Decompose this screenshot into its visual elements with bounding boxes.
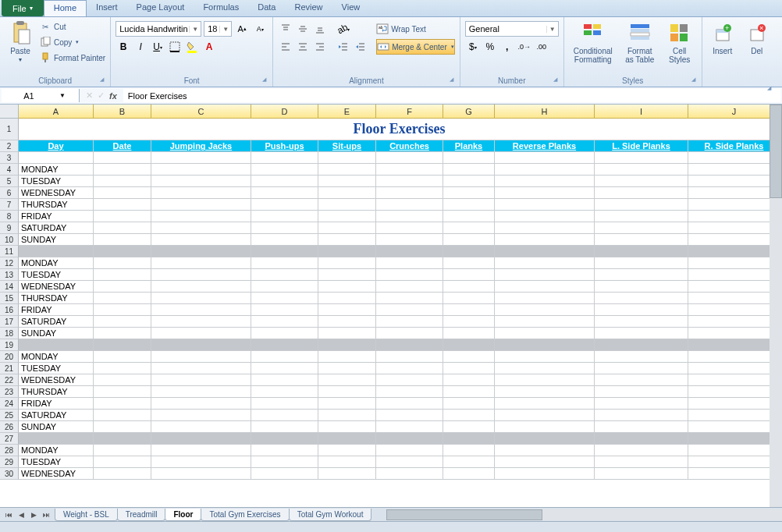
tab-view[interactable]: View <box>332 0 370 16</box>
cell[interactable] <box>251 246 318 257</box>
row-header[interactable]: 26 <box>0 421 19 433</box>
cell[interactable]: SUNDAY <box>19 328 94 339</box>
cell[interactable] <box>376 176 443 187</box>
cell[interactable] <box>495 281 595 293</box>
cell[interactable] <box>443 398 495 410</box>
cell[interactable] <box>376 164 443 176</box>
cell[interactable] <box>151 398 251 410</box>
align-center-button[interactable] <box>295 39 311 55</box>
cell[interactable] <box>318 257 376 269</box>
check-icon[interactable]: ✓ <box>98 90 105 101</box>
column-header[interactable]: A <box>19 105 94 119</box>
cell[interactable] <box>151 257 251 269</box>
column-header[interactable]: I <box>595 105 688 119</box>
cell[interactable] <box>94 246 151 257</box>
cell[interactable] <box>495 328 595 339</box>
cell[interactable] <box>94 269 151 281</box>
cell[interactable] <box>251 293 318 304</box>
cell[interactable] <box>443 176 495 187</box>
cell[interactable] <box>251 281 318 293</box>
cell[interactable] <box>595 187 688 199</box>
cell[interactable]: L. Side Planks <box>595 140 688 152</box>
cell[interactable] <box>688 339 780 351</box>
row-header[interactable]: 19 <box>0 339 19 351</box>
cell[interactable] <box>376 363 443 374</box>
chevron-down-icon[interactable]: ▼ <box>56 92 69 99</box>
cell[interactable] <box>595 316 688 328</box>
column-header[interactable]: C <box>151 105 251 119</box>
cell[interactable]: TUESDAY <box>19 456 94 468</box>
cell[interactable] <box>376 316 443 328</box>
cell[interactable] <box>94 293 151 304</box>
cell[interactable]: Jumping Jacks <box>151 140 251 152</box>
cell[interactable]: THURSDAY <box>19 199 94 211</box>
cell[interactable] <box>94 304 151 316</box>
percent-button[interactable]: % <box>482 39 498 55</box>
cell[interactable] <box>688 328 780 339</box>
cell[interactable] <box>688 398 780 410</box>
cell[interactable]: MONDAY <box>19 445 94 456</box>
cell[interactable]: MONDAY <box>19 257 94 269</box>
horizontal-scrollbar[interactable] <box>386 509 782 520</box>
cell[interactable] <box>595 410 688 421</box>
cells-area[interactable]: Floor ExercisesDayDateJumping JacksPush-… <box>19 119 782 480</box>
cell[interactable]: TUESDAY <box>19 269 94 281</box>
cell[interactable] <box>595 293 688 304</box>
tab-page-layout[interactable]: Page Layout <box>127 0 194 16</box>
cell[interactable] <box>595 281 688 293</box>
cell[interactable] <box>495 293 595 304</box>
cell[interactable] <box>94 316 151 328</box>
cell[interactable] <box>688 176 780 187</box>
cell[interactable]: Push-ups <box>251 140 318 152</box>
cell[interactable] <box>443 199 495 211</box>
cell[interactable] <box>318 269 376 281</box>
cell[interactable] <box>443 281 495 293</box>
cell[interactable] <box>376 304 443 316</box>
cell[interactable]: SATURDAY <box>19 222 94 234</box>
column-header[interactable]: D <box>251 105 318 119</box>
cell[interactable]: THURSDAY <box>19 293 94 304</box>
cell[interactable] <box>443 363 495 374</box>
scroll-thumb[interactable] <box>386 509 542 520</box>
cell[interactable] <box>688 316 780 328</box>
font-size-combo[interactable]: 18▼ <box>204 21 232 37</box>
cell[interactable] <box>376 468 443 480</box>
cell[interactable]: Crunches <box>376 140 443 152</box>
cell[interactable] <box>443 456 495 468</box>
cell[interactable] <box>251 374 318 386</box>
cell[interactable] <box>318 468 376 480</box>
cell[interactable] <box>376 351 443 363</box>
cell[interactable]: WEDNESDAY <box>19 374 94 386</box>
cell[interactable] <box>376 199 443 211</box>
row-header[interactable]: 15 <box>0 293 19 304</box>
cell[interactable]: Date <box>94 140 151 152</box>
column-header[interactable]: E <box>318 105 376 119</box>
cell[interactable] <box>94 410 151 421</box>
cell[interactable] <box>443 386 495 398</box>
cell[interactable] <box>151 445 251 456</box>
cancel-icon[interactable]: ✕ <box>86 90 93 101</box>
formula-input[interactable] <box>123 89 780 102</box>
cell[interactable] <box>595 176 688 187</box>
cell[interactable] <box>151 152 251 164</box>
copy-button[interactable]: Copy▾ <box>39 34 105 50</box>
cell[interactable] <box>688 293 780 304</box>
scroll-thumb[interactable] <box>770 105 782 198</box>
cell[interactable] <box>688 363 780 374</box>
row-header[interactable]: 24 <box>0 398 19 410</box>
cell[interactable] <box>495 199 595 211</box>
cell[interactable] <box>151 293 251 304</box>
cell[interactable] <box>151 386 251 398</box>
cell[interactable] <box>94 386 151 398</box>
tab-insert[interactable]: Insert <box>87 0 127 16</box>
cell[interactable] <box>688 410 780 421</box>
cell[interactable] <box>443 410 495 421</box>
cell[interactable] <box>151 164 251 176</box>
row-header[interactable]: 14 <box>0 281 19 293</box>
cell[interactable] <box>151 269 251 281</box>
orientation-button[interactable]: ab▾ <box>336 21 351 37</box>
cell[interactable] <box>495 386 595 398</box>
cell[interactable] <box>376 211 443 222</box>
cell[interactable] <box>376 246 443 257</box>
cell[interactable] <box>688 456 780 468</box>
